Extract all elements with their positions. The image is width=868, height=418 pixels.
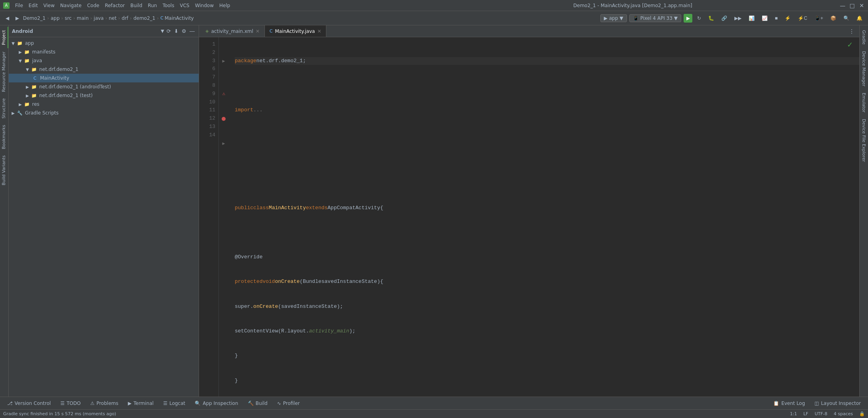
menu-navigate[interactable]: Navigate bbox=[58, 2, 84, 9]
back-button[interactable]: ◀ bbox=[3, 14, 11, 22]
encoding[interactable]: UTF-8 bbox=[814, 411, 827, 416]
tree-item-res[interactable]: ▶ 📁 res bbox=[9, 100, 199, 109]
app-selector[interactable]: ▶ app ▼ bbox=[600, 14, 627, 22]
tree-item-pkg-test[interactable]: ▶ 📁 net.drf.demo2_1 (test) bbox=[9, 91, 199, 100]
menu-code[interactable]: Code bbox=[85, 2, 102, 9]
code-editor[interactable]: 1 2 3 6 7 8 9 10 11 12 13 14 ▶ bbox=[199, 37, 859, 397]
tab-event-log[interactable]: 📋 Event Log bbox=[769, 399, 809, 408]
breadcrumb-app[interactable]: app bbox=[51, 15, 60, 21]
tab-bookmarks[interactable]: Bookmarks bbox=[0, 122, 8, 152]
tab-emulator[interactable]: Emulator bbox=[860, 90, 868, 116]
tab-version-control[interactable]: ⎇ Version Control bbox=[3, 399, 55, 408]
menu-build[interactable]: Build bbox=[128, 2, 145, 9]
tab-project[interactable]: Project bbox=[0, 27, 8, 48]
breadcrumb-main[interactable]: main bbox=[77, 15, 89, 21]
tab-gradle[interactable]: Gradle bbox=[860, 27, 868, 48]
menu-tools[interactable]: Tools bbox=[160, 2, 177, 9]
device-selector[interactable]: 📱 Pixel 4 API 33 ▼ bbox=[629, 14, 681, 22]
breadcrumb-src[interactable]: src bbox=[65, 15, 72, 21]
expand-arrow-gradle[interactable]: ▶ bbox=[10, 110, 16, 116]
forward-button[interactable]: ▶ bbox=[13, 14, 21, 22]
tab-build[interactable]: 🔨 Build bbox=[244, 399, 272, 408]
menu-edit[interactable]: Edit bbox=[26, 2, 40, 9]
expand-arrow-pkg-main[interactable]: ▼ bbox=[25, 67, 30, 72]
updates-button[interactable]: 🔔 bbox=[854, 14, 865, 22]
status-right: 1:1 LF UTF-8 4 spaces 🔒 bbox=[790, 411, 865, 416]
tab-device-manager[interactable]: Device Manager bbox=[860, 48, 868, 90]
sdk-manager-button[interactable]: 📦 bbox=[828, 14, 839, 22]
breadcrumb-mainactivity[interactable]: C MainActivity bbox=[161, 15, 194, 21]
stop-button[interactable]: ■ bbox=[772, 14, 780, 22]
menu-file[interactable]: File bbox=[13, 2, 25, 9]
sync-project-button[interactable]: ⟳ bbox=[166, 27, 172, 35]
tree-item-pkg-androidtest[interactable]: ▶ 📁 net.drf.demo2_1 (androidTest) bbox=[9, 82, 199, 91]
expand-arrow-java[interactable]: ▼ bbox=[17, 58, 23, 63]
menu-view[interactable]: View bbox=[41, 2, 57, 9]
breadcrumb-demo2_1-pkg[interactable]: demo2_1 bbox=[133, 15, 155, 21]
expand-arrow-androidtest[interactable]: ▶ bbox=[25, 84, 30, 90]
tab-mainactivity-java[interactable]: C MainActivity.java ✕ bbox=[265, 25, 327, 37]
apply-code-changes-button[interactable]: ⚡C bbox=[795, 14, 810, 22]
tree-item-mainactivity[interactable]: C MainActivity bbox=[9, 74, 199, 82]
expand-arrow-manifests[interactable]: ▶ bbox=[17, 49, 23, 55]
coverage-button[interactable]: 📊 bbox=[746, 14, 757, 22]
tree-item-java[interactable]: ▼ 📁 java bbox=[9, 56, 199, 65]
menu-window[interactable]: Window bbox=[193, 2, 216, 9]
tab-activity-main-xml[interactable]: ◈ activity_main.xml ✕ bbox=[201, 25, 265, 37]
tree-item-manifests[interactable]: ▶ 📁 manifests bbox=[9, 48, 199, 56]
breadcrumb-net[interactable]: net bbox=[109, 15, 117, 21]
breadcrumb-drf[interactable]: drf bbox=[122, 15, 128, 21]
apply-changes-button[interactable]: ⚡ bbox=[782, 14, 793, 22]
tab-build-variants[interactable]: Build Variants bbox=[0, 152, 8, 189]
cursor-position[interactable]: 1:1 bbox=[790, 411, 797, 416]
minimize-panel-button[interactable]: — bbox=[189, 27, 195, 35]
breakpoint-line-10[interactable] bbox=[222, 117, 226, 121]
debug-button[interactable]: 🐛 bbox=[706, 14, 717, 22]
tree-item-app[interactable]: ▼ 📁 app bbox=[9, 39, 199, 48]
expand-arrow-app[interactable]: ▼ bbox=[10, 40, 16, 46]
attach-debugger-button[interactable]: 🔗 bbox=[719, 14, 730, 22]
tab-device-file-explorer[interactable]: Device File Explorer bbox=[860, 116, 868, 165]
close-tab-xml[interactable]: ✕ bbox=[256, 29, 260, 34]
build-icon: 🔨 bbox=[248, 401, 254, 406]
tab-logcat[interactable]: ☰ Logcat bbox=[159, 399, 189, 408]
code-content[interactable]: package net.drf.demo2_1; import ... publ… bbox=[228, 37, 859, 397]
editor-tabs-menu[interactable]: ⋮ bbox=[846, 28, 858, 34]
menu-refactor[interactable]: Refactor bbox=[102, 2, 127, 9]
breadcrumb-java[interactable]: java bbox=[94, 15, 103, 21]
menu-vcs[interactable]: VCS bbox=[177, 2, 192, 9]
breadcrumb-demo2_1[interactable]: Demo2_1 bbox=[23, 15, 46, 21]
search-button[interactable]: 🔍 bbox=[841, 14, 852, 22]
tab-app-inspection[interactable]: 🔍 App Inspection bbox=[191, 399, 242, 408]
tab-profiler[interactable]: ∿ Profiler bbox=[273, 399, 304, 408]
tree-item-gradle-scripts[interactable]: ▶ 🔧 Gradle Scripts bbox=[9, 109, 199, 117]
close-tab-java[interactable]: ✕ bbox=[317, 29, 321, 34]
tab-todo[interactable]: ☰ TODO bbox=[56, 399, 84, 408]
fold-icon-import[interactable]: ▶ bbox=[222, 59, 225, 63]
maximize-button[interactable]: □ bbox=[849, 2, 855, 9]
profile-button[interactable]: 📈 bbox=[759, 14, 770, 22]
tab-structure[interactable]: Structure bbox=[0, 95, 8, 122]
menu-help[interactable]: Help bbox=[217, 2, 232, 9]
project-settings-button[interactable]: ⚙ bbox=[181, 27, 187, 35]
tab-resource-manager[interactable]: Resource Manager bbox=[0, 48, 8, 95]
tab-problems[interactable]: ⚠ Problems bbox=[86, 399, 122, 408]
run-button[interactable]: ▶ bbox=[684, 14, 692, 23]
tab-label-todo: TODO bbox=[67, 401, 80, 406]
fold-icon-method[interactable]: ▶ bbox=[222, 141, 225, 145]
minimize-button[interactable]: — bbox=[839, 2, 846, 9]
indent-setting[interactable]: 4 spaces bbox=[834, 411, 853, 416]
expand-arrow-res[interactable]: ▶ bbox=[17, 101, 23, 107]
collapse-all-button[interactable]: ⬇ bbox=[173, 27, 179, 35]
menu-run[interactable]: Run bbox=[146, 2, 159, 9]
device-manager-button[interactable]: 📱+ bbox=[812, 14, 826, 22]
run-tests-button[interactable]: ▶▶ bbox=[732, 14, 744, 22]
run-gutter-icon[interactable]: ⚠ bbox=[222, 92, 225, 96]
tab-terminal[interactable]: ▶ Terminal bbox=[124, 399, 157, 408]
tree-item-pkg-main[interactable]: ▼ 📁 net.drf.demo2_1 bbox=[9, 65, 199, 74]
rerun-button[interactable]: ↻ bbox=[695, 14, 703, 22]
close-button[interactable]: ✕ bbox=[858, 2, 865, 9]
tab-layout-inspector[interactable]: ◫ Layout Inspector bbox=[811, 399, 865, 408]
line-ending[interactable]: LF bbox=[803, 411, 808, 416]
expand-arrow-test[interactable]: ▶ bbox=[25, 93, 30, 98]
